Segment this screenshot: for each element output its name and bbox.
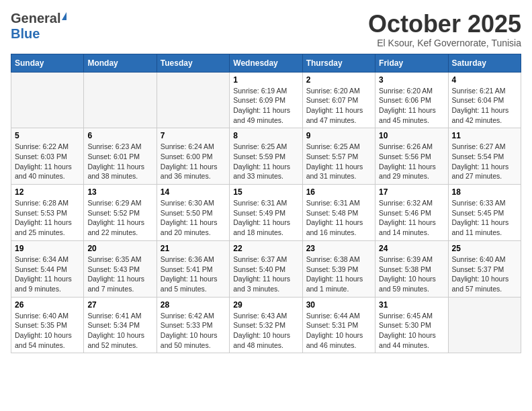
- day-number: 30: [306, 300, 371, 310]
- calendar-cell: [448, 297, 521, 353]
- day-info: Sunrise: 6:21 AM Sunset: 6:04 PM Dayligh…: [452, 86, 517, 126]
- day-number: 11: [452, 131, 517, 140]
- day-info: Sunrise: 6:22 AM Sunset: 6:03 PM Dayligh…: [15, 142, 80, 181]
- header-monday: Monday: [84, 54, 157, 72]
- calendar-cell: 8Sunrise: 6:25 AM Sunset: 5:59 PM Daylig…: [230, 128, 302, 185]
- day-info: Sunrise: 6:33 AM Sunset: 5:45 PM Dayligh…: [452, 198, 517, 238]
- day-number: 4: [452, 75, 517, 85]
- calendar-cell: 5Sunrise: 6:22 AM Sunset: 6:03 PM Daylig…: [11, 128, 84, 185]
- calendar-cell: 10Sunrise: 6:26 AM Sunset: 5:56 PM Dayli…: [375, 128, 448, 185]
- calendar-cell: 25Sunrise: 6:40 AM Sunset: 5:37 PM Dayli…: [448, 240, 521, 297]
- day-number: 23: [306, 244, 371, 253]
- day-info: Sunrise: 6:38 AM Sunset: 5:39 PM Dayligh…: [306, 255, 371, 294]
- day-info: Sunrise: 6:40 AM Sunset: 5:35 PM Dayligh…: [15, 311, 80, 351]
- calendar-cell: 24Sunrise: 6:39 AM Sunset: 5:38 PM Dayli…: [375, 240, 448, 297]
- day-number: 9: [306, 131, 371, 140]
- day-info: Sunrise: 6:25 AM Sunset: 5:57 PM Dayligh…: [306, 142, 371, 181]
- day-number: 17: [379, 187, 444, 197]
- day-number: 19: [15, 244, 80, 253]
- calendar-week-4: 26Sunrise: 6:40 AM Sunset: 5:35 PM Dayli…: [11, 297, 521, 353]
- calendar-cell: 16Sunrise: 6:31 AM Sunset: 5:48 PM Dayli…: [302, 185, 375, 241]
- calendar-cell: 27Sunrise: 6:41 AM Sunset: 5:34 PM Dayli…: [84, 297, 157, 353]
- calendar-cell: 19Sunrise: 6:34 AM Sunset: 5:44 PM Dayli…: [11, 240, 84, 297]
- day-number: 8: [233, 131, 298, 140]
- day-number: 14: [161, 187, 226, 197]
- calendar-cell: 29Sunrise: 6:43 AM Sunset: 5:32 PM Dayli…: [230, 297, 302, 353]
- day-number: 13: [87, 187, 152, 197]
- calendar-cell: 28Sunrise: 6:42 AM Sunset: 5:33 PM Dayli…: [157, 297, 229, 353]
- month-title: October 2025: [368, 11, 521, 38]
- calendar-cell: 11Sunrise: 6:27 AM Sunset: 5:54 PM Dayli…: [448, 128, 521, 185]
- title-block: October 2025 El Ksour, Kef Governorate, …: [368, 11, 521, 48]
- day-number: 31: [379, 300, 444, 310]
- day-number: 18: [452, 187, 517, 197]
- calendar-week-3: 19Sunrise: 6:34 AM Sunset: 5:44 PM Dayli…: [11, 240, 521, 297]
- calendar-cell: 3Sunrise: 6:20 AM Sunset: 6:06 PM Daylig…: [375, 72, 448, 128]
- day-info: Sunrise: 6:39 AM Sunset: 5:38 PM Dayligh…: [379, 255, 444, 294]
- header-wednesday: Wednesday: [230, 54, 302, 72]
- calendar-cell: 26Sunrise: 6:40 AM Sunset: 5:35 PM Dayli…: [11, 297, 84, 353]
- logo-triangle-icon: [62, 12, 66, 20]
- day-number: 2: [306, 75, 371, 85]
- calendar-cell: 17Sunrise: 6:32 AM Sunset: 5:46 PM Dayli…: [375, 185, 448, 241]
- day-info: Sunrise: 6:34 AM Sunset: 5:44 PM Dayligh…: [15, 255, 80, 294]
- page-header: General Blue October 2025 El Ksour, Kef …: [11, 11, 521, 48]
- day-number: 16: [306, 187, 371, 197]
- day-number: 29: [233, 300, 298, 310]
- day-info: Sunrise: 6:43 AM Sunset: 5:32 PM Dayligh…: [233, 311, 298, 351]
- calendar-week-0: 1Sunrise: 6:19 AM Sunset: 6:09 PM Daylig…: [11, 72, 521, 128]
- day-info: Sunrise: 6:32 AM Sunset: 5:46 PM Dayligh…: [379, 198, 444, 238]
- calendar-cell: 12Sunrise: 6:28 AM Sunset: 5:53 PM Dayli…: [11, 185, 84, 241]
- day-number: 3: [379, 75, 444, 85]
- header-friday: Friday: [375, 54, 448, 72]
- calendar-week-1: 5Sunrise: 6:22 AM Sunset: 6:03 PM Daylig…: [11, 128, 521, 185]
- calendar-cell: [84, 72, 157, 128]
- day-info: Sunrise: 6:36 AM Sunset: 5:41 PM Dayligh…: [161, 255, 226, 294]
- day-info: Sunrise: 6:35 AM Sunset: 5:43 PM Dayligh…: [87, 255, 152, 294]
- day-number: 7: [161, 131, 226, 140]
- day-number: 26: [15, 300, 80, 310]
- logo: General Blue: [11, 11, 66, 42]
- day-number: 5: [15, 131, 80, 140]
- calendar-cell: 21Sunrise: 6:36 AM Sunset: 5:41 PM Dayli…: [157, 240, 229, 297]
- day-info: Sunrise: 6:45 AM Sunset: 5:30 PM Dayligh…: [379, 311, 444, 351]
- calendar-header-row: SundayMondayTuesdayWednesdayThursdayFrid…: [11, 54, 521, 72]
- calendar-cell: 6Sunrise: 6:23 AM Sunset: 6:01 PM Daylig…: [84, 128, 157, 185]
- day-info: Sunrise: 6:20 AM Sunset: 6:07 PM Dayligh…: [306, 86, 371, 126]
- calendar-cell: 23Sunrise: 6:38 AM Sunset: 5:39 PM Dayli…: [302, 240, 375, 297]
- day-info: Sunrise: 6:31 AM Sunset: 5:48 PM Dayligh…: [306, 198, 371, 238]
- day-number: 28: [161, 300, 226, 310]
- day-info: Sunrise: 6:40 AM Sunset: 5:37 PM Dayligh…: [452, 255, 517, 294]
- day-info: Sunrise: 6:37 AM Sunset: 5:40 PM Dayligh…: [233, 255, 298, 294]
- day-info: Sunrise: 6:42 AM Sunset: 5:33 PM Dayligh…: [161, 311, 226, 351]
- day-number: 25: [452, 244, 517, 253]
- day-number: 22: [233, 244, 298, 253]
- day-number: 10: [379, 131, 444, 140]
- day-info: Sunrise: 6:26 AM Sunset: 5:56 PM Dayligh…: [379, 142, 444, 181]
- day-info: Sunrise: 6:29 AM Sunset: 5:52 PM Dayligh…: [87, 198, 152, 238]
- calendar-cell: 13Sunrise: 6:29 AM Sunset: 5:52 PM Dayli…: [84, 185, 157, 241]
- header-tuesday: Tuesday: [157, 54, 229, 72]
- location-subtitle: El Ksour, Kef Governorate, Tunisia: [368, 38, 521, 48]
- logo-blue: Blue: [11, 26, 40, 41]
- day-number: 24: [379, 244, 444, 253]
- day-number: 27: [87, 300, 152, 310]
- day-number: 12: [15, 187, 80, 197]
- day-info: Sunrise: 6:44 AM Sunset: 5:31 PM Dayligh…: [306, 311, 371, 351]
- calendar-cell: [157, 72, 229, 128]
- header-thursday: Thursday: [302, 54, 375, 72]
- calendar-cell: 30Sunrise: 6:44 AM Sunset: 5:31 PM Dayli…: [302, 297, 375, 353]
- day-number: 6: [87, 131, 152, 140]
- day-info: Sunrise: 6:24 AM Sunset: 6:00 PM Dayligh…: [161, 142, 226, 181]
- calendar-cell: 15Sunrise: 6:31 AM Sunset: 5:49 PM Dayli…: [230, 185, 302, 241]
- calendar-cell: 20Sunrise: 6:35 AM Sunset: 5:43 PM Dayli…: [84, 240, 157, 297]
- day-info: Sunrise: 6:20 AM Sunset: 6:06 PM Dayligh…: [379, 86, 444, 126]
- day-info: Sunrise: 6:23 AM Sunset: 6:01 PM Dayligh…: [87, 142, 152, 181]
- calendar-cell: 4Sunrise: 6:21 AM Sunset: 6:04 PM Daylig…: [448, 72, 521, 128]
- header-saturday: Saturday: [448, 54, 521, 72]
- day-info: Sunrise: 6:25 AM Sunset: 5:59 PM Dayligh…: [233, 142, 298, 181]
- calendar-cell: 9Sunrise: 6:25 AM Sunset: 5:57 PM Daylig…: [302, 128, 375, 185]
- day-info: Sunrise: 6:30 AM Sunset: 5:50 PM Dayligh…: [161, 198, 226, 238]
- calendar-week-2: 12Sunrise: 6:28 AM Sunset: 5:53 PM Dayli…: [11, 185, 521, 241]
- header-sunday: Sunday: [11, 54, 84, 72]
